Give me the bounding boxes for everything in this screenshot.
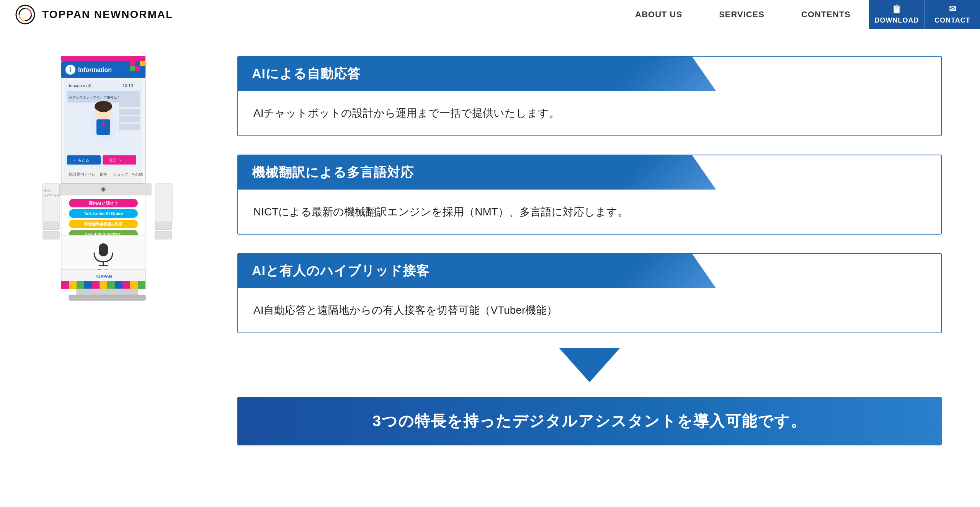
svg-rect-26 bbox=[119, 93, 140, 99]
svg-text:その他: その他 bbox=[131, 172, 143, 176]
svg-text:i: i bbox=[70, 67, 71, 73]
svg-text:和智能导览机器人说话: 和智能导览机器人说话 bbox=[84, 222, 123, 226]
kiosk-svg: i Information toppan mall 10:13 bbox=[38, 52, 184, 328]
feature-title-1: AIによる自動応答 bbox=[252, 66, 361, 81]
svg-point-21 bbox=[95, 101, 112, 112]
svg-rect-64 bbox=[69, 281, 77, 289]
svg-rect-45 bbox=[155, 184, 172, 222]
feature-header-2: 機械翻訳による多言語対応 bbox=[238, 155, 716, 190]
summary-banner: 3つの特長を持ったデジタルアシスタントを導入可能です。 bbox=[237, 397, 942, 445]
download-icon: 📋 bbox=[892, 4, 902, 14]
down-arrow-section bbox=[237, 348, 942, 382]
svg-point-43 bbox=[102, 188, 105, 191]
svg-text:＜ もどる: ＜ もどる bbox=[73, 158, 89, 162]
nav-contents[interactable]: CONTENTS bbox=[783, 0, 869, 29]
svg-text:施設案内: 施設案内 bbox=[69, 172, 84, 176]
feature-header-1: AIによる自動応答 bbox=[238, 57, 716, 91]
contact-button[interactable]: ✉ CONTACT bbox=[924, 0, 980, 29]
svg-rect-70 bbox=[115, 281, 122, 289]
nav-area: ABOUT US SERVICES CONTENTS 📋 DOWNLOAD ✉ … bbox=[617, 0, 980, 29]
svg-point-23 bbox=[105, 110, 107, 112]
feature-desc-3: AI自動応答と遠隔地からの有人接客を切替可能（VTuber機能） bbox=[253, 301, 926, 320]
feature-desc-1: AIチャットボットの設計から運用まで一括で提供いたします。 bbox=[253, 104, 926, 122]
svg-rect-63 bbox=[61, 281, 69, 289]
svg-text:完了 ＞: 完了 ＞ bbox=[109, 158, 122, 162]
contact-icon: ✉ bbox=[949, 4, 956, 14]
svg-rect-71 bbox=[122, 281, 130, 289]
feature-card-3: AIと有人のハイブリッド接客 AI自動応答と遠隔地からの有人接客を切替可能（VT… bbox=[237, 253, 942, 333]
svg-text:TOPPAN: TOPPAN bbox=[95, 274, 112, 279]
feature-body-2: NICTによる最新の機械翻訳エンジンを採用（NMT）、多言語に対応します。 bbox=[238, 190, 941, 234]
svg-rect-65 bbox=[77, 281, 84, 289]
logo-area: TOPPAN NEWNORMAL bbox=[15, 5, 173, 24]
svg-text:Information: Information bbox=[78, 67, 112, 73]
nav-actions: 📋 DOWNLOAD ✉ CONTACT bbox=[869, 0, 980, 29]
kiosk-section: i Information toppan mall 10:13 bbox=[31, 52, 207, 329]
svg-rect-80 bbox=[155, 231, 172, 239]
svg-text:toppan mall: toppan mall bbox=[69, 83, 91, 88]
svg-rect-77 bbox=[43, 222, 59, 230]
svg-rect-12 bbox=[140, 66, 145, 71]
contact-label: CONTACT bbox=[934, 16, 970, 24]
download-button[interactable]: 📋 DOWNLOAD bbox=[869, 0, 924, 29]
nav-services[interactable]: SERVICES bbox=[701, 0, 783, 29]
svg-rect-1 bbox=[61, 56, 145, 61]
svg-rect-8 bbox=[135, 61, 140, 66]
svg-rect-7 bbox=[130, 61, 135, 66]
svg-rect-9 bbox=[140, 61, 145, 66]
svg-rect-16 bbox=[64, 89, 142, 89]
features-section: AIによる自動応答 AIチャットボットの設計から運用まで一括で提供いたします。 … bbox=[237, 52, 942, 445]
svg-text:Talk to the AI Guide: Talk to the AI Guide bbox=[84, 211, 123, 216]
kiosk-illustration: i Information toppan mall 10:13 bbox=[38, 52, 199, 329]
svg-rect-66 bbox=[84, 281, 92, 289]
logo-icon bbox=[15, 5, 35, 24]
svg-text:AIアシスタントです。ご用件は？: AIアシスタントです。ご用件は？ bbox=[69, 96, 121, 99]
svg-rect-58 bbox=[99, 243, 108, 256]
feature-body-1: AIチャットボットの設計から運用まで一括で提供いたします。 bbox=[238, 91, 941, 135]
svg-text:食事: 食事 bbox=[100, 172, 107, 176]
svg-rect-27 bbox=[119, 101, 140, 107]
download-label: DOWNLOAD bbox=[875, 16, 919, 24]
feature-body-3: AI自動応答と遠隔地からの有人接客を切替可能（VTuber機能） bbox=[238, 288, 941, 333]
feature-title-2: 機械翻訳による多言語対応 bbox=[252, 165, 414, 179]
svg-rect-68 bbox=[100, 281, 107, 289]
svg-text:10:13: 10:13 bbox=[122, 83, 133, 88]
svg-text:トイレ: トイレ bbox=[84, 172, 96, 176]
svg-text:案内AIと話そう: 案内AIと話そう bbox=[89, 201, 118, 206]
main-content: i Information toppan mall 10:13 bbox=[0, 29, 980, 476]
feature-header-3: AIと有人のハイブリッド接客 bbox=[238, 254, 716, 288]
svg-rect-10 bbox=[130, 66, 135, 71]
svg-text:タイプパネル: タイプパネル bbox=[44, 194, 60, 197]
svg-rect-75 bbox=[77, 289, 138, 295]
svg-rect-29 bbox=[119, 116, 140, 122]
svg-text:ショップ: ショップ bbox=[113, 172, 129, 176]
svg-rect-76 bbox=[69, 295, 145, 300]
svg-point-22 bbox=[100, 110, 102, 112]
svg-text:使い方: 使い方 bbox=[44, 189, 52, 192]
svg-rect-78 bbox=[43, 231, 59, 239]
svg-rect-79 bbox=[155, 222, 172, 230]
feature-card-1: AIによる自動応答 AIチャットボットの設計から運用まで一括で提供いたします。 bbox=[237, 56, 942, 136]
svg-rect-67 bbox=[92, 281, 100, 289]
feature-desc-2: NICTによる最新の機械翻訳エンジンを採用（NMT）、多言語に対応します。 bbox=[253, 203, 926, 221]
feature-card-2: 機械翻訳による多言語対応 NICTによる最新の機械翻訳エンジンを採用（NMT）、… bbox=[237, 155, 942, 235]
feature-title-3: AIと有人のハイブリッド接客 bbox=[252, 263, 430, 278]
header: TOPPAN NEWNORMAL ABOUT US SERVICES CONTE… bbox=[0, 0, 980, 29]
svg-rect-30 bbox=[119, 124, 140, 130]
logo-text: TOPPAN NEWNORMAL bbox=[42, 8, 173, 21]
svg-rect-69 bbox=[107, 281, 115, 289]
svg-rect-11 bbox=[135, 66, 140, 71]
nav-links: ABOUT US SERVICES CONTENTS bbox=[617, 0, 869, 29]
down-arrow-icon bbox=[559, 348, 620, 382]
summary-text: 3つの特長を持ったデジタルアシスタントを導入可能です。 bbox=[372, 412, 807, 429]
svg-rect-72 bbox=[130, 281, 138, 289]
nav-about-us[interactable]: ABOUT US bbox=[617, 0, 701, 29]
svg-rect-73 bbox=[138, 281, 145, 289]
svg-rect-28 bbox=[119, 109, 140, 115]
